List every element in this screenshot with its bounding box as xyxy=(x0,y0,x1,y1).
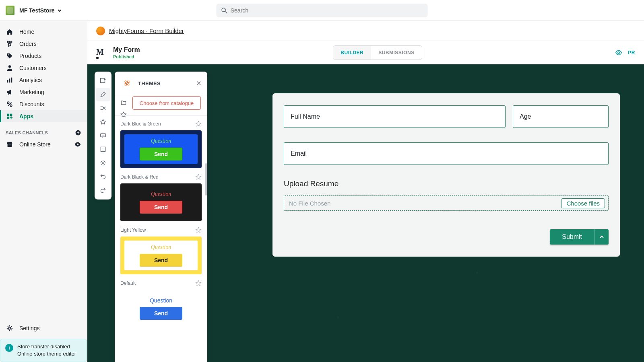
store-switcher[interactable]: MF TestStore xyxy=(19,7,62,14)
svg-point-2 xyxy=(8,65,11,68)
search-input[interactable] xyxy=(231,7,423,14)
store-alert: i Store transfer disabled Online store t… xyxy=(0,339,87,362)
close-panel-icon[interactable] xyxy=(196,80,202,86)
svg-point-18 xyxy=(102,135,103,136)
apps-icon xyxy=(6,113,13,120)
choose-files-button[interactable]: Choose files xyxy=(561,198,605,208)
tab-builder[interactable]: BUILDER xyxy=(333,46,371,60)
svg-point-24 xyxy=(102,150,103,151)
choose-catalogue-button[interactable]: Choose from catalogue xyxy=(132,96,201,110)
nav-home[interactable]: Home xyxy=(0,26,87,38)
submit-options-button[interactable] xyxy=(594,229,609,245)
svg-rect-10 xyxy=(7,117,9,119)
nav-products[interactable]: Products xyxy=(0,50,87,62)
themes-panel-title: THEMES xyxy=(138,80,161,86)
global-search[interactable] xyxy=(217,4,428,17)
theme-item[interactable]: Default Question Send xyxy=(120,280,202,327)
svg-rect-12 xyxy=(8,144,12,147)
svg-point-26 xyxy=(102,162,104,164)
svg-point-19 xyxy=(103,135,103,136)
field-age[interactable]: Age xyxy=(513,105,609,128)
tab-submissions[interactable]: SUBMISSIONS xyxy=(371,46,422,60)
form-logo-icon: M xyxy=(96,47,107,58)
themes-panel-icon xyxy=(120,76,134,90)
favorite-theme-icon[interactable] xyxy=(195,227,202,233)
upload-dropzone[interactable]: No File Chosen Choose files xyxy=(284,195,609,211)
preview-store-icon[interactable] xyxy=(74,141,81,148)
home-icon xyxy=(6,28,13,35)
app-header: MightyForms - Form Builder xyxy=(87,21,644,41)
megaphone-icon xyxy=(6,88,13,96)
svg-point-13 xyxy=(77,144,79,146)
gear-icon xyxy=(6,325,13,332)
nav-orders[interactable]: Orders xyxy=(0,38,87,50)
svg-rect-8 xyxy=(7,114,9,116)
theme-item[interactable]: Dark Black & Red Question Send xyxy=(120,174,202,221)
svg-rect-4 xyxy=(9,78,10,82)
topbar: MF TestStore xyxy=(0,0,644,21)
svg-point-22 xyxy=(102,148,103,149)
channel-online-store[interactable]: Online Store xyxy=(0,138,87,150)
favorite-theme-icon[interactable] xyxy=(195,280,202,286)
svg-point-27 xyxy=(125,81,126,82)
tool-undo[interactable] xyxy=(96,170,110,183)
app-title-link[interactable]: MightyForms - Form Builder xyxy=(109,27,184,34)
themes-list: Dark Blue & Green Question Send Dark Bla… xyxy=(115,119,207,339)
main-content: MightyForms - Form Builder M My Form Pub… xyxy=(87,21,644,362)
preview-eye-icon[interactable] xyxy=(615,49,622,56)
preview-label[interactable]: PR xyxy=(628,50,635,56)
theme-item[interactable]: Dark Blue & Green Question Send xyxy=(120,121,202,168)
builder-tabs: BUILDER SUBMISSIONS xyxy=(333,45,422,60)
shopify-logo-icon xyxy=(6,6,14,15)
svg-rect-16 xyxy=(101,78,105,83)
upload-placeholder: No File Chosen xyxy=(289,200,330,207)
themes-panel: THEMES Choose from catalogue Dark Blue &… xyxy=(115,72,207,362)
add-channel-icon[interactable] xyxy=(75,130,81,136)
tool-star[interactable] xyxy=(120,111,127,118)
mightyforms-logo-icon xyxy=(96,27,105,35)
form-preview-card: Full Name Age Email Upload Resume No Fil… xyxy=(272,93,620,257)
svg-rect-21 xyxy=(101,147,105,151)
tool-add-element[interactable] xyxy=(96,74,110,88)
tool-favorites[interactable] xyxy=(96,115,110,129)
svg-point-20 xyxy=(104,135,105,136)
svg-rect-28 xyxy=(128,81,129,82)
nav-settings[interactable]: Settings xyxy=(0,321,87,335)
scrollbar-thumb[interactable] xyxy=(205,163,207,195)
favorite-theme-icon[interactable] xyxy=(195,121,202,127)
svg-rect-29 xyxy=(125,84,126,85)
nav-apps[interactable]: Apps xyxy=(0,110,87,122)
field-full-name[interactable]: Full Name xyxy=(284,105,506,128)
tool-messages[interactable] xyxy=(96,129,110,142)
tag-icon xyxy=(6,52,13,60)
tool-layout[interactable] xyxy=(96,142,110,156)
tool-folder[interactable] xyxy=(120,99,127,106)
orders-icon xyxy=(6,40,13,47)
svg-point-7 xyxy=(10,105,12,107)
tool-design[interactable] xyxy=(96,88,110,101)
tool-settings[interactable] xyxy=(96,156,110,170)
nav-analytics[interactable]: Analytics xyxy=(0,74,87,86)
caret-down-icon xyxy=(57,8,62,13)
svg-rect-9 xyxy=(10,114,12,116)
nav-marketing[interactable]: Marketing xyxy=(0,86,87,98)
sidebar: Home Orders Products Customers Analytics… xyxy=(0,21,87,362)
field-email[interactable]: Email xyxy=(284,142,609,165)
svg-point-23 xyxy=(104,148,105,149)
tool-logic[interactable] xyxy=(96,101,110,115)
upload-label: Upload Resume xyxy=(284,179,609,188)
toolstrip xyxy=(95,72,111,200)
app-subheader: M My Form Published BUILDER SUBMISSIONS … xyxy=(87,41,644,64)
form-canvas: THEMES Choose from catalogue Dark Blue &… xyxy=(87,64,644,362)
svg-point-15 xyxy=(618,51,620,53)
svg-point-1 xyxy=(8,54,9,55)
form-title: My Form xyxy=(113,46,140,53)
nav-customers[interactable]: Customers xyxy=(0,62,87,74)
favorite-theme-icon[interactable] xyxy=(195,174,202,180)
tool-redo[interactable] xyxy=(96,183,110,197)
theme-item[interactable]: Light Yellow Question Send xyxy=(120,227,202,274)
store-icon xyxy=(6,141,13,148)
submit-button[interactable]: Submit xyxy=(550,229,594,245)
nav-discounts[interactable]: Discounts xyxy=(0,98,87,110)
analytics-icon xyxy=(6,76,13,84)
